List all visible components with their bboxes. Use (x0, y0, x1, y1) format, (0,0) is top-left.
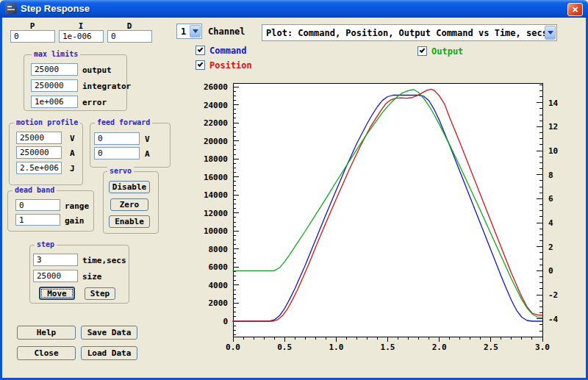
close-button[interactable]: Close (17, 346, 76, 360)
svg-text:-2: -2 (548, 290, 558, 300)
profile-v-field[interactable] (16, 132, 62, 144)
gain-label: gain (65, 216, 85, 226)
window-title: Step Response (21, 3, 90, 14)
help-button[interactable]: Help (17, 326, 76, 340)
step-title: step (35, 240, 57, 248)
output-checkbox-label: Output (431, 46, 463, 57)
svg-text:26000: 26000 (204, 82, 228, 92)
svg-text:24000: 24000 (204, 101, 228, 110)
svg-text:0.0: 0.0 (226, 343, 240, 352)
plot-select[interactable]: Plot: Command, Position, Output Command … (262, 24, 557, 41)
svg-text:1.5: 1.5 (381, 343, 395, 352)
error-limit-field[interactable] (31, 96, 78, 108)
dead-band-title: dead band (12, 186, 57, 194)
svg-text:22000: 22000 (204, 118, 228, 128)
plot-select-value: Plot: Command, Position, Output Command … (266, 28, 548, 38)
svg-text:6: 6 (548, 194, 553, 204)
step-size-field[interactable] (33, 270, 78, 282)
output-limit-field[interactable] (31, 63, 78, 76)
d-field[interactable] (107, 30, 152, 43)
app-icon (5, 3, 17, 15)
svg-text:2.5: 2.5 (484, 343, 498, 352)
profile-a-field[interactable] (16, 146, 62, 159)
error-limit-label: error (82, 98, 107, 107)
command-checkbox-label: Command (209, 46, 247, 56)
svg-text:2.0: 2.0 (432, 343, 447, 352)
command-checkbox[interactable] (196, 46, 205, 55)
profile-j-label: J (70, 164, 75, 173)
range-label: range (65, 201, 89, 211)
ff-v-field[interactable] (94, 132, 140, 145)
output-checkbox[interactable] (417, 46, 427, 56)
svg-text:1.0: 1.0 (329, 343, 343, 352)
channel-select[interactable]: 1 (176, 24, 202, 39)
step-response-plot: 0200040006000800010000120001400016000180… (187, 77, 588, 356)
svg-text:2000: 2000 (209, 298, 229, 308)
window-border-left (0, 18, 2, 380)
svg-text:20000: 20000 (204, 137, 228, 146)
save-data-button[interactable]: Save Data (81, 326, 137, 340)
position-checkbox[interactable] (196, 60, 205, 70)
step-response-window: Step Response ✕ P I D 1 Channel Plot: Co… (0, 0, 588, 380)
move-button[interactable]: Move (39, 287, 75, 300)
svg-text:3.0: 3.0 (535, 343, 550, 352)
i-field[interactable] (59, 30, 104, 43)
svg-text:4000: 4000 (209, 281, 229, 290)
feed-forward-title: feed forward (95, 118, 152, 126)
svg-text:8: 8 (548, 171, 553, 180)
servo-title: servo (107, 167, 134, 175)
svg-text:14000: 14000 (204, 190, 228, 200)
profile-v-label: V (70, 134, 75, 143)
check-icon (198, 61, 204, 67)
ff-a-label: A (145, 149, 150, 159)
svg-text:0: 0 (223, 317, 228, 326)
position-checkbox-label: Position (209, 60, 252, 71)
svg-text:18000: 18000 (204, 154, 228, 164)
feed-forward-group (90, 123, 171, 168)
integrator-limit-field[interactable] (31, 79, 78, 92)
svg-text:6000: 6000 (209, 262, 229, 272)
svg-text:14: 14 (548, 98, 559, 108)
zero-button[interactable]: Zero (110, 198, 148, 211)
step-size-label: size (82, 272, 102, 282)
svg-text:10: 10 (548, 146, 558, 156)
svg-text:2: 2 (548, 243, 553, 252)
channel-value: 1 (181, 26, 186, 37)
profile-j-field[interactable] (16, 162, 62, 174)
ff-a-field[interactable] (94, 147, 140, 159)
disable-button[interactable]: Disable (109, 181, 150, 193)
svg-text:12000: 12000 (204, 209, 228, 218)
svg-text:16000: 16000 (204, 173, 228, 182)
enable-button[interactable]: Enable (109, 215, 150, 228)
step-time-label: time,secs (82, 256, 126, 265)
chevron-down-icon[interactable] (545, 26, 556, 40)
step-button[interactable]: Step (85, 287, 115, 300)
p-field[interactable] (10, 30, 55, 43)
svg-text:10000: 10000 (204, 226, 228, 236)
motion-profile-title: motion profile (14, 118, 80, 126)
check-icon (198, 46, 204, 52)
profile-a-label: A (70, 148, 75, 158)
range-field[interactable] (15, 199, 60, 211)
svg-text:-4: -4 (548, 315, 559, 324)
gain-field[interactable] (15, 214, 60, 226)
integrator-limit-label: integrator (82, 82, 131, 91)
svg-text:0.5: 0.5 (277, 343, 292, 352)
ff-v-label: V (145, 135, 150, 144)
output-limit-label: output (82, 65, 112, 75)
chevron-down-icon[interactable] (190, 25, 201, 37)
check-icon (420, 47, 426, 53)
channel-label: Channel (208, 26, 245, 37)
svg-text:0: 0 (548, 266, 553, 276)
close-icon[interactable]: ✕ (567, 3, 583, 16)
max-limits-title: max limits (32, 50, 80, 58)
svg-text:8000: 8000 (209, 245, 229, 254)
svg-text:4: 4 (548, 218, 553, 228)
load-data-button[interactable]: Load Data (81, 346, 137, 360)
step-time-field[interactable] (33, 254, 78, 266)
title-bar: Step Response ✕ (0, 0, 588, 18)
svg-text:12: 12 (548, 122, 558, 132)
